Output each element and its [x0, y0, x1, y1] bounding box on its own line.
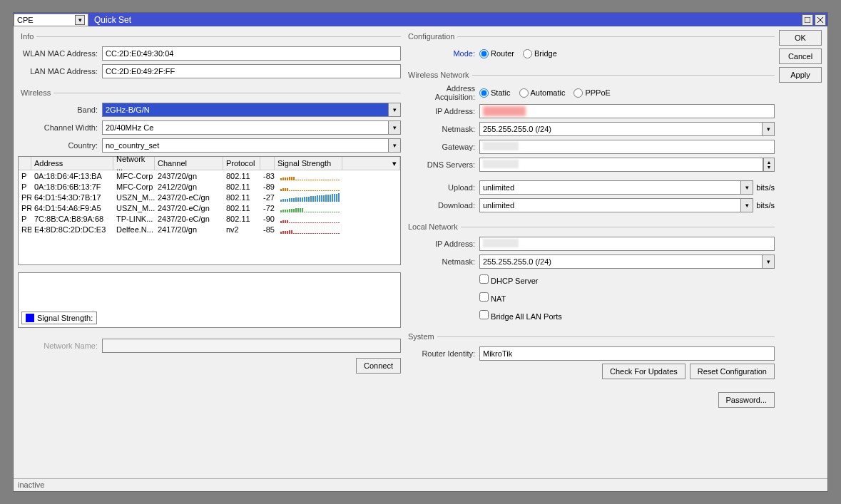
- lan-mac-field[interactable]: [102, 64, 401, 78]
- mode-selector[interactable]: CPE ▾: [14, 14, 88, 26]
- country-select[interactable]: [102, 138, 388, 153]
- local-network-group: Local Network IP Address: Netmask: ▾ DHC…: [405, 222, 775, 326]
- country-label: Country:: [18, 141, 102, 150]
- col-sig-num[interactable]: [260, 157, 275, 170]
- password-button[interactable]: Password...: [718, 392, 775, 408]
- acq-pppoe-radio[interactable]: PPPoE: [574, 88, 610, 98]
- dropdown-icon[interactable]: ▾: [740, 198, 753, 212]
- wireless-network-legend: Wireless Network: [405, 71, 472, 79]
- info-legend: Info: [18, 32, 36, 41]
- table-row[interactable]: P7C:8B:CA:B8:9A:68TP-LINK...2437/20-eC/g…: [19, 213, 400, 224]
- dropdown-icon[interactable]: ▾: [75, 15, 85, 25]
- local-ip-field[interactable]: [479, 237, 775, 251]
- netmask-select[interactable]: [479, 122, 762, 136]
- lan-mac-label: LAN MAC Address:: [18, 67, 102, 76]
- mode-selector-value: CPE: [17, 16, 34, 24]
- titlebar: CPE ▾ Quick Set: [14, 13, 827, 26]
- dhcp-checkbox[interactable]: DHCP Server: [479, 274, 539, 285]
- signal-graph: Signal Strength:: [18, 272, 401, 328]
- local-netmask-select[interactable]: [479, 254, 762, 269]
- nat-checkbox[interactable]: NAT: [479, 292, 506, 303]
- identity-label: Router Identity:: [405, 349, 479, 358]
- dropdown-icon[interactable]: ▾: [388, 138, 401, 153]
- dropdown-icon[interactable]: ▾: [762, 122, 775, 136]
- dropdown-icon[interactable]: ▾: [740, 180, 753, 195]
- gateway-field[interactable]: [479, 140, 775, 154]
- dns-field[interactable]: [479, 158, 763, 172]
- network-scan-grid[interactable]: Address Network ... Channel Protocol Sig…: [18, 156, 401, 265]
- window-title: Quick Set: [94, 15, 131, 25]
- status-bar: inactive: [14, 478, 827, 491]
- download-select[interactable]: [479, 198, 740, 212]
- local-netmask-label: Netmask:: [405, 257, 479, 266]
- ip-field[interactable]: [479, 104, 775, 118]
- signal-graph-legend: Signal Strength:: [21, 312, 97, 324]
- mode-bridge-radio[interactable]: Bridge: [523, 49, 557, 58]
- local-network-legend: Local Network: [405, 222, 461, 231]
- wireless-group: Wireless Band: ▾ Channel Width: ▾: [18, 88, 401, 377]
- mode-router-radio[interactable]: Router: [479, 49, 514, 58]
- ok-button[interactable]: OK: [779, 30, 822, 46]
- chwidth-label: Channel Width:: [18, 123, 102, 132]
- table-row[interactable]: RBE4:8D:8C:2D:DC:E3Delfee.N...2417/20/gn…: [19, 224, 400, 235]
- signal-graph-label: Signal Strength:: [37, 314, 93, 322]
- dns-updown-icon[interactable]: ▲▼: [763, 158, 775, 172]
- check-updates-button[interactable]: Check For Updates: [602, 364, 685, 379]
- legend-color-icon: [26, 314, 34, 322]
- table-row[interactable]: PR64:D1:54:A6:F9:A5USZN_M...2437/20-eC/g…: [19, 202, 400, 213]
- chwidth-select[interactable]: [102, 120, 388, 135]
- table-row[interactable]: PR64:D1:54:3D:7B:17USZN_M...2437/20-eC/g…: [19, 192, 400, 202]
- table-row[interactable]: P0A:18:D6:6B:13:7FMFC-Corp2412/20/gn802.…: [19, 181, 400, 192]
- system-group: System Router Identity: Check For Update…: [405, 332, 775, 411]
- wireless-network-group: Wireless Network Address Acquisition: St…: [405, 71, 775, 217]
- network-name-field[interactable]: [102, 339, 401, 353]
- reset-config-button[interactable]: Reset Configuration: [690, 364, 775, 379]
- upload-select[interactable]: [479, 180, 740, 195]
- band-label: Band:: [18, 106, 102, 114]
- close-icon[interactable]: [815, 14, 826, 26]
- local-ip-label: IP Address:: [405, 240, 479, 248]
- col-channel[interactable]: Channel: [155, 157, 223, 170]
- upload-unit: bits/s: [756, 183, 775, 192]
- acq-auto-radio[interactable]: Automatic: [519, 88, 566, 98]
- col-prefix[interactable]: [19, 157, 31, 170]
- dropdown-icon[interactable]: ▾: [388, 120, 401, 135]
- cancel-button[interactable]: Cancel: [779, 48, 822, 64]
- info-group: Info WLAN MAC Address: LAN MAC Address:: [18, 32, 401, 83]
- system-legend: System: [405, 332, 437, 341]
- connect-button[interactable]: Connect: [356, 358, 401, 374]
- wlan-mac-label: WLAN MAC Address:: [18, 49, 102, 58]
- configuration-legend: Configuration: [405, 32, 457, 41]
- col-signal[interactable]: Signal Strength: [275, 157, 342, 170]
- quickset-window: CPE ▾ Quick Set Info WLAN MAC Address: L…: [13, 12, 828, 492]
- band-select[interactable]: [102, 103, 388, 117]
- dns-label: DNS Servers:: [405, 160, 479, 169]
- minimize-icon[interactable]: [802, 14, 813, 26]
- acq-label: Address Acquisition:: [405, 84, 479, 101]
- gateway-label: Gateway:: [405, 143, 479, 151]
- dropdown-icon[interactable]: ▾: [762, 254, 775, 269]
- mode-label: Mode:: [405, 49, 479, 58]
- col-menu[interactable]: ▾: [342, 157, 400, 170]
- svg-rect-0: [805, 17, 810, 23]
- identity-field[interactable]: [479, 346, 775, 361]
- table-row[interactable]: P0A:18:D6:4F:13:BAMFC-Corp2437/20/gn802.…: [19, 170, 400, 181]
- col-network[interactable]: Network ...: [113, 157, 155, 170]
- wlan-mac-field[interactable]: [102, 46, 401, 61]
- wireless-legend: Wireless: [18, 88, 53, 97]
- ip-label: IP Address:: [405, 107, 479, 115]
- upload-label: Upload:: [405, 183, 479, 192]
- download-label: Download:: [405, 201, 479, 210]
- configuration-group: Configuration Mode: Router Bridge: [405, 32, 775, 65]
- apply-button[interactable]: Apply: [779, 67, 822, 83]
- network-name-label: Network Name:: [18, 341, 102, 350]
- download-unit: bits/s: [756, 201, 775, 210]
- bridge-checkbox[interactable]: Bridge All LAN Ports: [479, 310, 562, 321]
- col-address[interactable]: Address: [31, 157, 113, 170]
- netmask-label: Netmask:: [405, 125, 479, 133]
- dropdown-icon[interactable]: ▾: [388, 103, 401, 117]
- col-protocol[interactable]: Protocol: [223, 157, 260, 170]
- acq-static-radio[interactable]: Static: [479, 88, 511, 98]
